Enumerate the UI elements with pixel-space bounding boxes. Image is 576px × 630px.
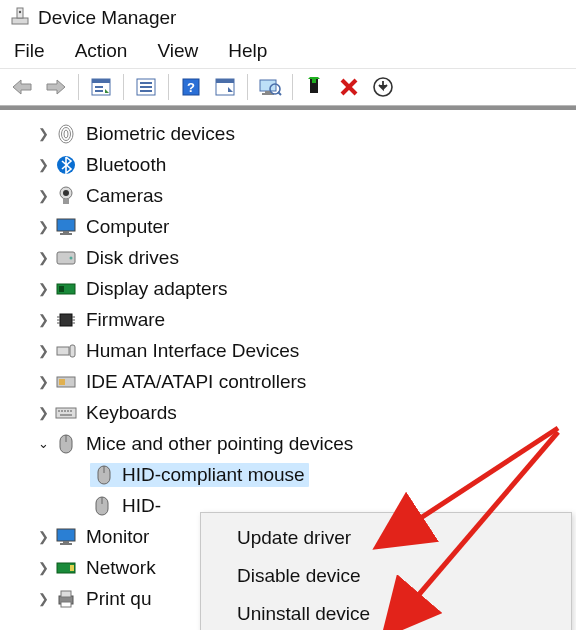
svg-rect-6 — [95, 90, 103, 92]
tree-item-cameras[interactable]: ❯ Cameras — [0, 180, 576, 211]
svg-rect-37 — [59, 286, 64, 292]
svg-point-26 — [64, 130, 68, 138]
svg-rect-53 — [67, 410, 69, 412]
scan-button[interactable] — [256, 73, 284, 101]
svg-rect-4 — [92, 79, 110, 83]
tree-label: Keyboards — [86, 402, 177, 424]
context-menu: Update driver Disable device Uninstall d… — [200, 512, 572, 630]
chevron-right-icon: ❯ — [34, 219, 52, 234]
toolbar: ? — [0, 68, 576, 106]
separator — [123, 74, 124, 100]
tree-label: Print qu — [86, 588, 151, 610]
mouse-icon — [92, 464, 116, 486]
chevron-right-icon: ❯ — [34, 374, 52, 389]
tree-label: IDE ATA/ATAPI controllers — [86, 371, 306, 393]
enable-button[interactable] — [301, 73, 329, 101]
disable-button[interactable] — [335, 73, 363, 101]
chevron-right-icon: ❯ — [34, 281, 52, 296]
menu-action[interactable]: Action — [75, 40, 128, 62]
separator — [78, 74, 79, 100]
chevron-right-icon: ❯ — [34, 529, 52, 544]
window-title: Device Manager — [38, 7, 176, 29]
tree-label: HID- — [122, 495, 161, 517]
keyboard-icon — [54, 402, 78, 424]
svg-line-19 — [278, 92, 281, 95]
svg-rect-15 — [260, 80, 276, 91]
monitor-icon — [54, 526, 78, 548]
tree-label: Display adapters — [86, 278, 228, 300]
tree-item-display[interactable]: ❯ Display adapters — [0, 273, 576, 304]
menu-item-disable-device[interactable]: Disable device — [201, 557, 571, 595]
menu-item-uninstall-device[interactable]: Uninstall device — [201, 595, 571, 630]
chevron-down-icon: ⌄ — [34, 436, 52, 451]
show-hidden-button[interactable] — [87, 73, 115, 101]
tree-item-computer[interactable]: ❯ Computer — [0, 211, 576, 242]
chevron-right-icon: ❯ — [34, 312, 52, 327]
menu-help[interactable]: Help — [228, 40, 267, 62]
action-button[interactable] — [211, 73, 239, 101]
svg-rect-10 — [140, 90, 152, 92]
mouse-icon — [90, 495, 114, 517]
chevron-right-icon: ❯ — [34, 405, 52, 420]
tree-label: Human Interface Devices — [86, 340, 299, 362]
svg-rect-69 — [61, 602, 71, 607]
update-button[interactable] — [369, 73, 397, 101]
svg-point-2 — [19, 11, 21, 13]
svg-rect-9 — [140, 86, 152, 88]
tree-item-disk[interactable]: ❯ Disk drives — [0, 242, 576, 273]
svg-rect-38 — [60, 314, 72, 326]
device-manager-icon — [10, 6, 30, 30]
menu-file[interactable]: File — [14, 40, 45, 62]
svg-rect-51 — [61, 410, 63, 412]
tree-label: Firmware — [86, 309, 165, 331]
tree-label: Mice and other pointing devices — [86, 433, 353, 455]
tree-item-firmware[interactable]: ❯ Firmware — [0, 304, 576, 335]
chevron-right-icon: ❯ — [34, 591, 52, 606]
svg-rect-48 — [59, 379, 65, 385]
svg-rect-64 — [60, 543, 72, 545]
svg-rect-31 — [57, 219, 75, 231]
menu-view[interactable]: View — [157, 40, 198, 62]
tree-item-bluetooth[interactable]: ❯ Bluetooth — [0, 149, 576, 180]
hid-icon — [54, 340, 78, 362]
chevron-right-icon: ❯ — [34, 157, 52, 172]
tree-label: Computer — [86, 216, 169, 238]
tree-item-biometric[interactable]: ❯ Biometric devices — [0, 118, 576, 149]
chevron-right-icon: ❯ — [34, 250, 52, 265]
chevron-right-icon: ❯ — [34, 188, 52, 203]
monitor-icon — [54, 216, 78, 238]
fingerprint-icon — [54, 123, 78, 145]
tree-item-hid[interactable]: ❯ Human Interface Devices — [0, 335, 576, 366]
help-button[interactable]: ? — [177, 73, 205, 101]
svg-point-25 — [62, 127, 71, 140]
ide-icon — [54, 371, 78, 393]
svg-rect-14 — [216, 79, 234, 83]
separator — [292, 74, 293, 100]
chevron-right-icon: ❯ — [34, 560, 52, 575]
tree-item-ide[interactable]: ❯ IDE ATA/ATAPI controllers — [0, 366, 576, 397]
svg-rect-55 — [60, 414, 72, 416]
menu-item-update-driver[interactable]: Update driver — [201, 519, 571, 557]
svg-text:?: ? — [187, 80, 195, 95]
back-button[interactable] — [8, 73, 36, 101]
disk-icon — [54, 247, 78, 269]
svg-rect-63 — [63, 541, 69, 543]
svg-point-35 — [70, 256, 73, 259]
properties-button[interactable] — [132, 73, 160, 101]
tree-label: Bluetooth — [86, 154, 166, 176]
tree-label: HID-compliant mouse — [122, 464, 305, 486]
tree-item-hid-mouse-0[interactable]: HID-compliant mouse — [0, 459, 576, 490]
tree-label: Network — [86, 557, 156, 579]
menubar: File Action View Help — [0, 34, 576, 68]
camera-icon — [54, 185, 78, 207]
tree-item-mice[interactable]: ⌄ Mice and other pointing devices — [0, 428, 576, 459]
svg-rect-45 — [57, 347, 69, 355]
forward-button[interactable] — [42, 73, 70, 101]
svg-rect-52 — [64, 410, 66, 412]
chip-icon — [54, 309, 78, 331]
tree-label: Disk drives — [86, 247, 179, 269]
tree-item-keyboards[interactable]: ❯ Keyboards — [0, 397, 576, 428]
svg-rect-50 — [58, 410, 60, 412]
svg-rect-32 — [63, 231, 69, 233]
chevron-right-icon: ❯ — [34, 126, 52, 141]
